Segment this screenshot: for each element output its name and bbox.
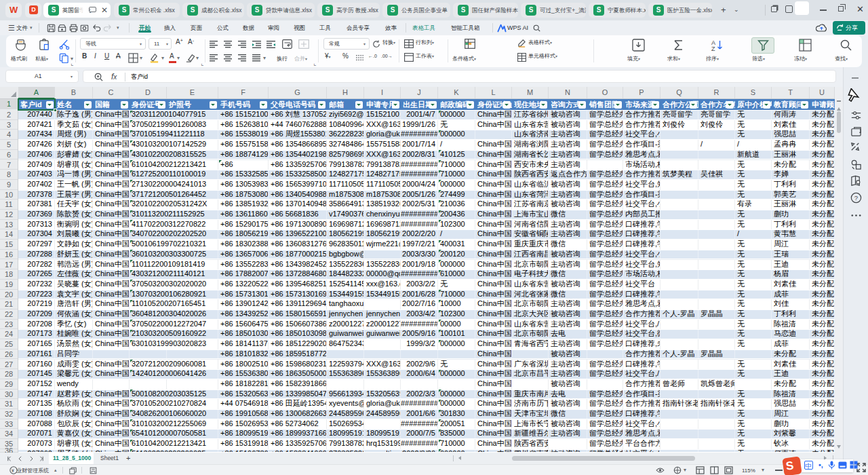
svg-text:¥: ¥ bbox=[12, 468, 14, 473]
svg-text:?: ? bbox=[854, 194, 858, 202]
svg-text:Z: Z bbox=[711, 45, 715, 52]
